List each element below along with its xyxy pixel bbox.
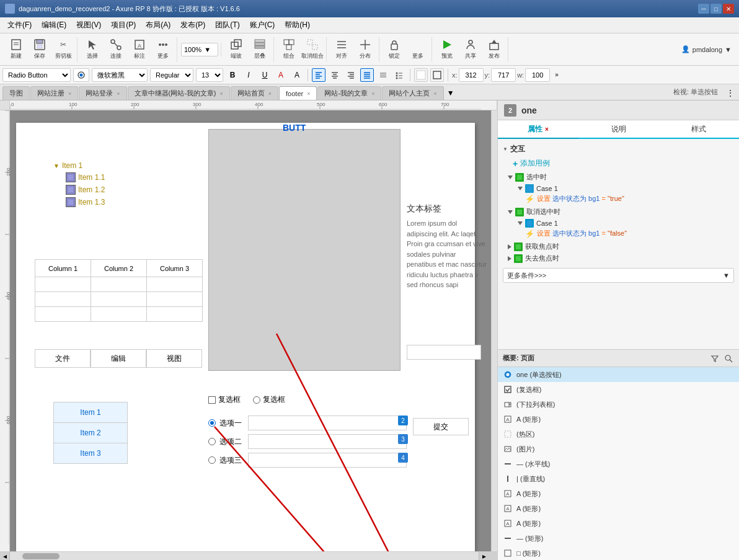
menu-edit[interactable]: 编辑(E): [37, 19, 71, 32]
mark-button[interactable]: A 标注: [128, 37, 151, 62]
overview-item-image[interactable]: (图片): [498, 442, 739, 456]
submit-button[interactable]: 提交: [413, 418, 469, 435]
selected-when-node[interactable]: 选中时: [505, 171, 737, 183]
menu-account[interactable]: 账户(C): [245, 19, 280, 32]
list-item-1[interactable]: Item 1: [53, 402, 128, 423]
fill-color-button[interactable]: [414, 68, 428, 82]
font-size-select[interactable]: 13: [196, 68, 223, 82]
canvas-scrollbar[interactable]: [491, 110, 497, 551]
save-button[interactable]: 保存: [29, 37, 51, 62]
tab-home[interactable]: 网站首页 ×: [231, 86, 278, 100]
deselected-when-node[interactable]: 取消选中时: [505, 206, 737, 218]
align-center-button[interactable]: [328, 68, 342, 82]
more-format-button[interactable]: »: [552, 68, 561, 82]
ungroup-button[interactable]: 取消组合: [301, 37, 324, 62]
overview-filter-icon[interactable]: [709, 353, 720, 364]
tab-profile[interactable]: 网站个人主页 ×: [382, 86, 443, 100]
connect-button[interactable]: 连接: [105, 37, 127, 62]
overview-item-checkbox[interactable]: (复选框): [498, 382, 739, 397]
align-button[interactable]: 对齐: [330, 37, 353, 62]
menu-team[interactable]: 团队(T): [210, 19, 244, 32]
overview-item-rect2[interactable]: A A (矩形): [498, 486, 739, 501]
font-color-button[interactable]: A: [274, 68, 288, 82]
overview-item-hotspot[interactable]: (热区): [498, 427, 739, 442]
overview-item-hline[interactable]: — (水平线): [498, 456, 739, 471]
new-button[interactable]: 新建: [5, 37, 27, 62]
tab-description[interactable]: 说明: [578, 120, 659, 139]
x-input[interactable]: [459, 68, 484, 82]
overview-item-rect5[interactable]: □ (矩形): [498, 546, 739, 560]
align-left-button[interactable]: [312, 68, 325, 82]
menu-project[interactable]: 项目(P): [106, 19, 141, 32]
list-item-2[interactable]: Item 2: [53, 422, 128, 443]
tab-diagram[interactable]: 导图: [2, 86, 30, 100]
component-icon-btn[interactable]: [73, 68, 89, 82]
list-item-3[interactable]: Item 3: [53, 443, 128, 464]
restore-button[interactable]: 端玻: [225, 37, 247, 62]
tab-myarticle-close[interactable]: ×: [371, 91, 374, 97]
menu-view[interactable]: 视图(V): [71, 19, 106, 32]
close-button[interactable]: ✕: [723, 4, 734, 14]
w-input[interactable]: [525, 68, 550, 82]
tab-footer[interactable]: footer ×: [279, 86, 317, 100]
publish-button[interactable]: 发布: [483, 37, 505, 62]
radio-item-2[interactable]: 选项二 3: [208, 433, 407, 450]
radio-input-3[interactable]: [248, 453, 407, 468]
scroll-right-btn[interactable]: ▸: [479, 552, 489, 561]
tab-repeater[interactable]: 文章中继器(网站-我的文章) ×: [128, 86, 230, 100]
radio-input-1[interactable]: [248, 416, 407, 430]
radio-input-2[interactable]: [248, 434, 407, 449]
lose-focus-node[interactable]: 失去焦点时: [505, 252, 737, 264]
tab-overflow-button[interactable]: ▼: [445, 86, 457, 100]
tab-login-close[interactable]: ×: [117, 91, 120, 97]
case1-deselected-node[interactable]: Case 1: [515, 218, 737, 229]
border-color-button[interactable]: [430, 68, 444, 82]
add-usecase-button[interactable]: + 添加用例: [500, 157, 737, 171]
font-style-select[interactable]: Regular: [150, 68, 193, 82]
justify-button[interactable]: [360, 68, 374, 82]
canvas-scroll[interactable]: ▼ Item 1 Item 1.1: [10, 110, 491, 551]
tab-properties[interactable]: 属性 ×: [498, 120, 578, 139]
zoom-control[interactable]: 100% ▼: [181, 43, 218, 56]
maximize-button[interactable]: □: [710, 4, 722, 14]
menu-layout[interactable]: 布局(A): [141, 19, 175, 32]
more2-button[interactable]: 更多: [407, 37, 429, 62]
overview-item-rect1[interactable]: A A (矩形): [498, 412, 739, 427]
h-scroll-track[interactable]: [10, 553, 479, 560]
cut-button[interactable]: ✂ 剪切板: [52, 37, 74, 62]
lock-button[interactable]: 锁定: [383, 37, 405, 62]
tab-home-close[interactable]: ×: [268, 91, 272, 97]
underline-button[interactable]: U: [258, 68, 272, 82]
overview-item-vline[interactable]: | (垂直线): [498, 471, 739, 486]
h-scroll-thumb[interactable]: [22, 553, 60, 559]
tab-repeater-close[interactable]: ×: [220, 91, 223, 97]
y-input[interactable]: [491, 68, 516, 82]
overview-item-rect4[interactable]: A A (矩形): [498, 516, 739, 531]
checkbox-2[interactable]: 复选框: [253, 394, 285, 405]
radio-item-1[interactable]: 选项一 2: [208, 414, 407, 432]
overview-search-icon[interactable]: [723, 353, 734, 364]
more-button[interactable]: 更多: [152, 37, 174, 62]
overview-item-dropdown[interactable]: (下拉列表框): [498, 397, 739, 412]
font-name-select[interactable]: 微软雅黑: [92, 68, 148, 82]
bullet-button[interactable]: [392, 68, 406, 82]
overview-item-rect3[interactable]: A A (矩形): [498, 501, 739, 516]
scroll-left-btn[interactable]: ◂: [0, 552, 10, 561]
tab-register[interactable]: 网站注册 ×: [30, 86, 78, 100]
tab-register-close[interactable]: ×: [68, 91, 71, 97]
highlight-button[interactable]: A: [290, 68, 304, 82]
interaction-section-header[interactable]: ▼ 交互: [500, 141, 737, 157]
share-button[interactable]: 共享: [459, 37, 482, 62]
minimize-button[interactable]: ─: [698, 4, 709, 14]
edit-btn[interactable]: 编辑: [91, 349, 146, 368]
menu-help[interactable]: 帮助(H): [280, 19, 315, 32]
tab-footer-close[interactable]: ×: [307, 91, 310, 97]
select-button[interactable]: 选择: [81, 37, 104, 62]
menu-file[interactable]: 文件(F): [2, 19, 37, 32]
search-input-canvas[interactable]: [407, 345, 481, 360]
overview-item-hline2[interactable]: — (矩形): [498, 531, 739, 546]
align-right-button[interactable]: [344, 68, 358, 82]
checkbox-1[interactable]: 复选框: [208, 394, 241, 405]
tab-myarticle[interactable]: 网站-我的文章 ×: [317, 86, 381, 100]
file-btn[interactable]: 文件: [35, 349, 91, 368]
